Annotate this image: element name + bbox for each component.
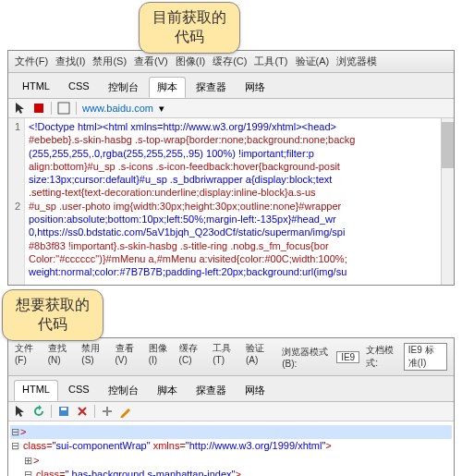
tab-探查器[interactable]: 探查器 [188,77,235,98]
vertical-scrollbar[interactable] [441,118,454,285]
menu-item[interactable]: 图像(I) [146,340,175,373]
tab-html[interactable]: HTML [14,77,58,98]
menu-item[interactable]: 验证(A) [243,340,274,373]
toolbar-separator [51,102,52,115]
tree-twisty[interactable]: ⊟ [10,439,20,453]
tab-探查器[interactable]: 探查器 [188,380,235,401]
menu-item[interactable]: 查看(V) [113,340,144,373]
edit-icon[interactable] [119,405,132,418]
tree-node[interactable]: ⊞> [10,454,452,468]
close-icon[interactable] [76,405,89,418]
tab-脚本[interactable]: 脚本 [149,77,186,98]
tree-node[interactable]: ⊟ class="sui-componentWrap" xmlns="http:… [10,439,452,453]
pointer-icon[interactable] [14,102,27,115]
callout-current-code: 目前获取的代码 [139,2,240,54]
plus-icon[interactable] [101,405,114,418]
scroll-thumb[interactable] [442,122,454,168]
menu-item[interactable]: 工具(T) [210,340,241,373]
tab-控制台[interactable]: 控制台 [100,380,147,401]
chevron-down-icon[interactable]: ▾ [159,103,164,115]
tabbar-bottom: HTMLCSS控制台脚本探查器网络 [8,376,454,402]
menu-item[interactable]: 查找(I) [53,53,88,70]
code-line: 0,https://ss0.bdstatic.com/5aV1bjqh_Q23o… [29,226,437,238]
menu-item[interactable]: 查找(N) [45,340,78,373]
menu-item[interactable]: 验证(A) [293,53,333,70]
tab-网络[interactable]: 网络 [237,77,274,98]
menu-item[interactable]: 文件(F) [12,53,51,70]
code-line: Color:"#cccccc")}#mMenu a,#mMenu a:visit… [29,252,437,265]
menu-item[interactable]: 缓存(C) [210,53,249,70]
code-line: size:13px;cursor:default}#u_sp .s_bdbriw… [29,173,437,186]
doc-mode-label: 文档模式: [363,342,400,372]
menu-item[interactable]: 禁用(S) [79,340,110,373]
expand-icon[interactable] [57,102,70,115]
tab-css[interactable]: CSS [60,380,98,401]
menu-item[interactable]: 缓存(C) [176,340,209,373]
tree-twisty[interactable]: ⊞ [23,454,33,468]
stop-icon[interactable] [32,102,45,115]
tab-html[interactable]: HTML [14,380,58,401]
tab-css[interactable]: CSS [60,77,98,98]
tab-脚本[interactable]: 脚本 [149,380,186,401]
code-line: #u_sp .user-photo img{width:30px;height:… [29,200,437,213]
code-line: (255,255,255,.0,rgba(255,255,255,.95) 10… [29,147,437,160]
doc-mode-value[interactable]: IE9 标准(I) [404,343,447,371]
menu-item[interactable]: 工具(T) [251,53,290,70]
code-line: .setting-text{text-decoration:underline;… [29,186,437,199]
pointer-icon[interactable] [14,405,27,418]
browser-mode-label: 浏览器模式(B): [279,344,333,371]
menu-item[interactable]: 浏览器模 [334,53,380,70]
tree-node[interactable]: ⊟ class=" has-background s-manhattan-ind… [10,468,452,476]
code-line: position:absolute;bottom:10px;left:50%;m… [29,213,437,226]
tree-node[interactable]: ⊟> [10,425,452,439]
menubar-bottom: 文件(F)查找(N)禁用(S)查看(V)图像(I)缓存(C)工具(T)验证(A)… [8,338,454,376]
menu-item[interactable]: 查看(V) [131,53,171,70]
svg-rect-1 [58,103,69,114]
line-gutter: 1 2 [8,118,25,285]
menu-item[interactable]: 文件(F) [12,340,43,373]
toolbar-separator [76,102,77,115]
menu-item[interactable]: 图像(I) [173,53,208,70]
toolbar-separator [51,405,52,418]
toolbar-bottom [8,402,454,421]
save-icon[interactable] [57,405,70,418]
browser-mode-value[interactable]: IE9 [336,351,359,363]
script-url[interactable]: www.baidu.com [82,103,153,114]
code-line: #ebebeb}.s-skin-hasbg .s-top-wrap{border… [29,133,437,146]
refresh-icon[interactable] [32,405,45,418]
tab-控制台[interactable]: 控制台 [100,77,147,98]
tree-twisty[interactable]: ⊟ [10,425,20,439]
code-line: <!Doctype html><html xmlns=http://www.w3… [29,120,437,133]
tab-网络[interactable]: 网络 [237,380,274,401]
bottom-devtools-panel: 文件(F)查找(N)禁用(S)查看(V)图像(I)缓存(C)工具(T)验证(A)… [7,337,455,476]
toolbar-separator [94,405,95,418]
menubar-top: 文件(F)查找(I)禁用(S)查看(V)图像(I)缓存(C)工具(T)验证(A)… [8,51,454,73]
code-line: align:bottom}#u_sp .s-icons .s-icon-feed… [29,160,437,173]
tabbar-top: HTMLCSS控制台脚本探查器网络 [8,73,454,99]
tree-twisty[interactable]: ⊟ [23,468,33,476]
code-content[interactable]: <!Doctype html><html xmlns=http://www.w3… [25,118,441,285]
callout-wanted-code: 想要获取的代码 [2,289,103,341]
svg-rect-3 [61,408,67,410]
svg-rect-0 [34,104,43,113]
code-line: #8b3f83 !important}.s-skin-hasbg .s-titl… [29,239,437,252]
toolbar-top: www.baidu.com ▾ [8,99,454,118]
code-area-top: 1 2 <!Doctype html><html xmlns=http://ww… [8,118,454,285]
menu-item[interactable]: 禁用(S) [90,53,129,70]
dom-tree[interactable]: ⊟>⊟ class="sui-componentWrap" xmlns="htt… [8,421,454,476]
top-devtools-panel: 文件(F)查找(I)禁用(S)查看(V)图像(I)缓存(C)工具(T)验证(A)… [7,50,455,286]
code-line: weight:normal;color:#7B7B7B;padding-left… [29,265,437,278]
line-number: 1 [12,120,20,133]
line-number: 2 [12,200,20,213]
